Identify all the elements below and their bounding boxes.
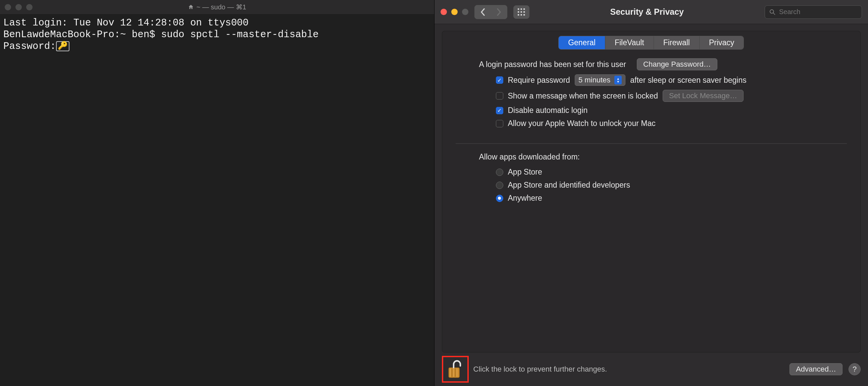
terminal-traffic-lights	[5, 4, 33, 10]
close-icon[interactable]	[440, 9, 447, 15]
require-password-suffix: after sleep or screen saver begins	[630, 76, 746, 85]
svg-rect-8	[523, 14, 525, 15]
radio-identified-developers-label: App Store and identified developers	[508, 181, 630, 190]
minimize-icon[interactable]	[16, 4, 22, 10]
prefs-toolbar: Security & Privacy	[434, 0, 868, 24]
search-input[interactable]	[779, 8, 864, 16]
prefs-footer: Click the lock to prevent further change…	[434, 352, 868, 386]
help-button[interactable]: ?	[848, 363, 861, 375]
radio-anywhere-label: Anywhere	[508, 194, 542, 203]
tab-strip: General FileVault Firewall Privacy	[442, 36, 861, 49]
terminal-titlebar: ~ — sudo — ⌘1	[0, 0, 434, 14]
prefs-panel: General FileVault Firewall Privacy A log…	[442, 31, 861, 352]
terminal-window: ~ — sudo — ⌘1 Last login: Tue Nov 12 14:…	[0, 0, 434, 386]
system-preferences-window: Security & Privacy General FileVault Fir…	[434, 0, 868, 386]
search-icon	[769, 9, 776, 15]
tab-general[interactable]: General	[559, 36, 605, 49]
svg-rect-5	[523, 11, 525, 12]
forward-button[interactable]	[491, 5, 507, 19]
login-password-text: A login password has been set for this u…	[479, 60, 626, 69]
svg-rect-7	[520, 14, 522, 15]
chevron-up-down-icon: ▲▼	[614, 76, 622, 84]
lock-highlight	[442, 356, 469, 383]
radio-app-store[interactable]	[496, 169, 503, 176]
terminal-password-label: Password:	[3, 41, 56, 52]
svg-rect-3	[518, 11, 519, 12]
show-all-button[interactable]	[513, 5, 529, 19]
svg-rect-1	[520, 8, 522, 10]
allow-apps-heading: Allow apps downloaded from:	[479, 152, 580, 162]
terminal-body[interactable]: Last login: Tue Nov 12 14:28:08 on ttys0…	[0, 14, 434, 386]
zoom-icon[interactable]	[26, 4, 33, 10]
login-password-section: A login password has been set for this u…	[442, 49, 861, 132]
show-message-label: Show a message when the screen is locked	[508, 92, 658, 101]
require-password-label: Require password	[508, 76, 570, 85]
unlock-icon[interactable]	[446, 359, 464, 379]
key-icon: 🔑	[56, 41, 69, 51]
require-password-delay-value: 5 minutes	[579, 76, 610, 84]
apple-watch-checkbox[interactable]	[496, 120, 503, 127]
tab-privacy[interactable]: Privacy	[700, 36, 744, 49]
minimize-icon[interactable]	[451, 9, 458, 15]
set-lock-message-button[interactable]: Set Lock Message…	[663, 90, 744, 102]
svg-rect-2	[523, 8, 525, 10]
svg-rect-0	[518, 8, 519, 10]
require-password-delay-select[interactable]: 5 minutes ▲▼	[575, 74, 625, 86]
back-button[interactable]	[475, 5, 491, 19]
svg-line-10	[773, 13, 775, 14]
search-field[interactable]	[765, 5, 862, 19]
tab-filevault[interactable]: FileVault	[605, 36, 654, 49]
terminal-line-1: Last login: Tue Nov 12 14:28:08 on ttys0…	[3, 17, 249, 29]
grid-icon	[518, 8, 525, 16]
prefs-traffic-lights	[440, 9, 468, 15]
radio-anywhere[interactable]	[496, 195, 503, 202]
disable-auto-login-label: Disable automatic login	[508, 106, 588, 115]
nav-back-forward	[474, 5, 507, 19]
close-icon[interactable]	[5, 4, 11, 10]
svg-rect-6	[518, 14, 519, 15]
home-icon	[188, 4, 194, 10]
terminal-title: ~ — sudo — ⌘1	[0, 3, 434, 11]
apple-watch-label: Allow your Apple Watch to unlock your Ma…	[508, 119, 656, 128]
show-message-checkbox[interactable]	[496, 92, 503, 100]
prefs-body: General FileVault Firewall Privacy A log…	[434, 24, 868, 352]
change-password-button[interactable]: Change Password…	[637, 58, 717, 70]
tab-firewall[interactable]: Firewall	[654, 36, 700, 49]
allow-apps-section: Allow apps downloaded from: App Store Ap…	[442, 144, 861, 207]
window-title: Security & Privacy	[535, 7, 759, 17]
zoom-icon[interactable]	[462, 9, 468, 15]
svg-rect-4	[520, 11, 522, 12]
radio-app-store-label: App Store	[508, 168, 542, 177]
help-icon: ?	[852, 365, 857, 374]
require-password-checkbox[interactable]: ✓	[496, 76, 503, 84]
radio-identified-developers[interactable]	[496, 182, 503, 189]
lock-hint-text: Click the lock to prevent further change…	[473, 365, 607, 374]
terminal-line-2: BenLawdeMacBook-Pro:~ ben$ sudo spctl --…	[3, 29, 319, 40]
advanced-button[interactable]: Advanced…	[789, 363, 842, 375]
tab-segmented-control: General FileVault Firewall Privacy	[558, 36, 744, 49]
disable-auto-login-checkbox[interactable]: ✓	[496, 107, 503, 114]
terminal-title-text: ~ — sudo — ⌘1	[197, 3, 246, 11]
